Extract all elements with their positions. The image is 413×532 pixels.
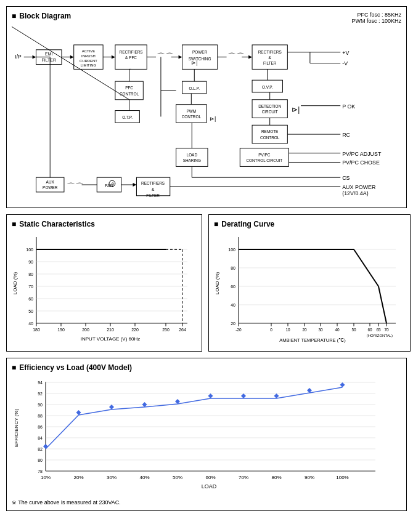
svg-text:O.L.P.: O.L.P. (189, 86, 200, 91)
svg-text:60%: 60% (205, 475, 215, 480)
charts-row: Static Characteristics LOAD (%) 40 50 60… (6, 214, 407, 352)
svg-text:PV/PC CHOSE: PV/PC CHOSE (342, 159, 380, 166)
pfc-pwm-info: PFC fosc : 85KHz PWM fosc : 100KHz (351, 12, 401, 24)
svg-text:O.V.P.: O.V.P. (262, 85, 273, 89)
svg-text:EFFICIENCY (%): EFFICIENCY (%) (14, 409, 19, 447)
svg-text:-20: -20 (235, 328, 242, 332)
svg-marker-13 (112, 55, 115, 59)
svg-text:60: 60 (367, 328, 372, 332)
svg-marker-88 (133, 183, 137, 187)
svg-text:80%: 80% (271, 475, 281, 480)
svg-text:+V: +V (342, 50, 349, 56)
svg-rect-65 (240, 148, 288, 167)
efficiency-chart-svg: EFFICIENCY (%) 78 80 82 84 86 88 90 92 9… (12, 376, 394, 496)
svg-text:PV/PC ADJUST: PV/PC ADJUST (342, 151, 382, 157)
svg-marker-6 (70, 55, 74, 59)
svg-text:20%: 20% (73, 475, 83, 480)
svg-text:40: 40 (231, 303, 235, 307)
svg-text:⌒⌒: ⌒⌒ (67, 182, 84, 191)
svg-marker-1 (33, 55, 36, 59)
svg-text:80: 80 (38, 458, 43, 462)
svg-text:90: 90 (28, 260, 33, 264)
svg-text:⊳|: ⊳| (210, 116, 216, 122)
svg-text:CIRCUIT: CIRCUIT (262, 110, 278, 114)
svg-rect-72 (176, 148, 208, 167)
svg-text:40%: 40% (139, 475, 149, 480)
svg-text:30%: 30% (107, 475, 117, 480)
static-chart-section: Static Characteristics LOAD (%) 40 50 60… (6, 214, 202, 352)
svg-text:88: 88 (38, 414, 43, 418)
svg-marker-212 (340, 382, 345, 387)
svg-text:PFC: PFC (125, 86, 133, 90)
svg-text:10: 10 (285, 328, 290, 332)
svg-text:RECTIFIERS: RECTIFIERS (258, 50, 282, 54)
svg-text:& PFC: & PFC (125, 55, 137, 60)
svg-text:AUX POWER: AUX POWER (342, 184, 375, 190)
svg-text:94: 94 (38, 381, 43, 385)
svg-rect-48 (176, 105, 206, 123)
static-chart-title: Static Characteristics (12, 220, 197, 228)
pwm-fosc: PWM fosc : 100KHz (351, 18, 401, 24)
svg-text:(HORIZONTAL): (HORIZONTAL) (367, 334, 393, 337)
svg-marker-208 (208, 393, 213, 398)
svg-text:INPUT VOLTAGE (V) 60Hz: INPUT VOLTAGE (V) 60Hz (81, 336, 140, 342)
svg-text:100%: 100% (336, 475, 348, 480)
svg-text:LOAD: LOAD (202, 483, 217, 490)
svg-text:-V: -V (342, 60, 348, 66)
svg-text:&: & (152, 187, 155, 191)
svg-text:84: 84 (38, 436, 43, 440)
svg-rect-39 (115, 81, 143, 100)
svg-text:92: 92 (38, 392, 43, 396)
svg-text:60: 60 (28, 297, 33, 301)
svg-text:EMI: EMI (45, 52, 52, 56)
svg-rect-54 (252, 100, 287, 118)
svg-text:82: 82 (38, 447, 43, 451)
svg-text:AUX: AUX (46, 180, 55, 184)
block-diagram-title: Block Diagram (12, 12, 401, 20)
svg-rect-60 (252, 125, 287, 143)
svg-text:PWM: PWM (186, 109, 196, 113)
block-diagram-area: I/P EMI FILTER ACTIVE INRUSH CURRENT LIM… (12, 24, 401, 203)
svg-text:DETECTION: DETECTION (258, 104, 281, 108)
svg-text:100: 100 (26, 248, 33, 252)
svg-text:REMOTE: REMOTE (261, 129, 278, 134)
svg-text:70%: 70% (239, 475, 248, 480)
svg-marker-20 (179, 55, 182, 59)
ip-label: I/P (15, 54, 22, 60)
svg-text:40: 40 (28, 321, 33, 326)
svg-text:O.T.P.: O.T.P. (122, 115, 133, 119)
svg-text:(12V/0.4A): (12V/0.4A) (342, 190, 368, 196)
svg-text:50: 50 (28, 309, 33, 313)
svg-text:10%: 10% (41, 475, 51, 480)
svg-text:CURRENT: CURRENT (80, 59, 97, 63)
svg-text:50: 50 (351, 328, 356, 332)
svg-marker-203 (43, 444, 48, 449)
svg-text:AMBIENT TEMPERATURE (℃): AMBIENT TEMPERATURE (℃) (279, 337, 346, 343)
svg-text:LOAD (%): LOAD (%) (215, 272, 220, 294)
svg-text:40: 40 (335, 328, 340, 332)
svg-text:⌒⌒: ⌒⌒ (227, 52, 245, 62)
svg-text:RECTIFIERS: RECTIFIERS (141, 181, 165, 185)
efficiency-section: Efficiency vs Load (400V Model) EFFICIEN… (6, 358, 407, 511)
static-chart-svg: LOAD (%) 40 50 60 70 80 90 100 180 190 2… (12, 231, 197, 345)
svg-text:POWER: POWER (192, 50, 208, 54)
efficiency-title: Efficiency vs Load (400V Model) (12, 363, 401, 372)
svg-text:65: 65 (376, 328, 381, 332)
derating-chart-svg: LOAD (%) 20 40 60 80 100 -20 0 10 20 30 … (214, 231, 405, 345)
svg-text:20: 20 (231, 321, 235, 326)
svg-text:70: 70 (384, 328, 389, 332)
svg-text:CONTROL: CONTROL (260, 135, 280, 140)
svg-text:250: 250 (162, 328, 170, 332)
svg-marker-206 (142, 402, 147, 407)
svg-text:78: 78 (38, 469, 43, 474)
svg-text:CONTROL: CONTROL (182, 115, 202, 119)
svg-text:30: 30 (318, 328, 323, 332)
svg-text:POWER: POWER (43, 185, 58, 190)
svg-text:LIMITING: LIMITING (81, 63, 97, 67)
svg-text:RECTIFIERS: RECTIFIERS (120, 50, 143, 54)
svg-text:INRUSH: INRUSH (81, 54, 96, 58)
svg-text:ACTIVE: ACTIVE (82, 49, 95, 53)
svg-text:⌒⌒: ⌒⌒ (157, 52, 174, 62)
svg-text:180: 180 (33, 328, 40, 332)
svg-text:190: 190 (57, 328, 65, 332)
